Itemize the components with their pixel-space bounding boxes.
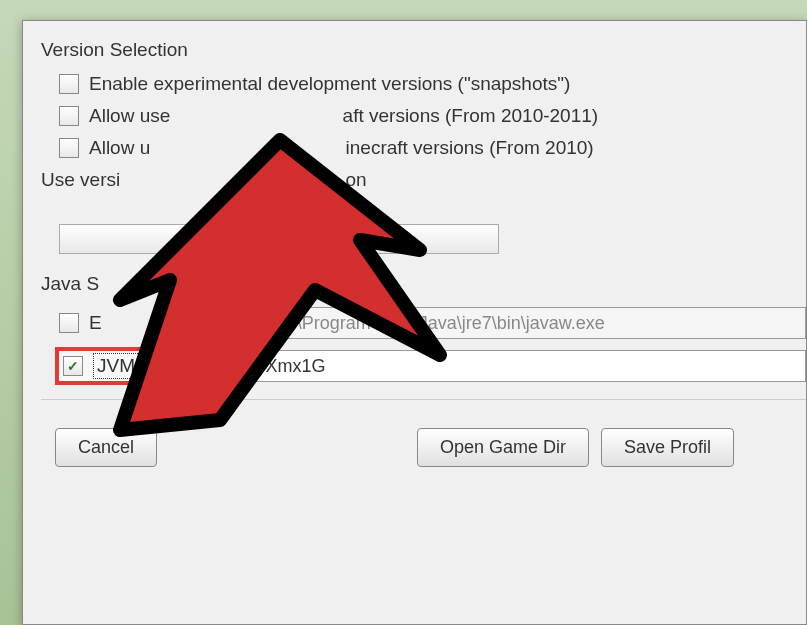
executable-label: E: [89, 312, 102, 334]
open-game-dir-button[interactable]: Open Game Dir: [417, 428, 589, 467]
version-dropdown[interactable]: [59, 224, 499, 254]
snapshots-row: Enable experimental development versions…: [59, 73, 806, 95]
cancel-button[interactable]: Cancel: [55, 428, 157, 467]
version-selection-title: Version Selection: [41, 39, 806, 61]
snapshots-checkbox[interactable]: [59, 74, 79, 94]
button-group-right: Open Game Dir Save Profil: [417, 428, 734, 467]
use-version-label: Use versi on: [41, 169, 806, 191]
profile-editor-window: Version Selection Enable experimental de…: [22, 20, 807, 625]
alpha-row: Allow u inecraft versions (From 2010): [59, 137, 806, 159]
alpha-label: Allow u inecraft versions (From 2010): [89, 137, 594, 159]
jvm-arguments-label: JVM Arguments:: [93, 353, 240, 379]
jvm-arguments-input[interactable]: [250, 350, 806, 382]
save-profile-button[interactable]: Save Profil: [601, 428, 734, 467]
executable-path-input[interactable]: [270, 307, 806, 339]
beta-checkbox[interactable]: [59, 106, 79, 126]
alpha-checkbox[interactable]: [59, 138, 79, 158]
java-settings-title: Java S: [41, 273, 806, 295]
separator: [41, 399, 806, 400]
beta-label: Allow use d "Beta aft versions (From 201…: [89, 105, 598, 127]
jvm-arguments-row: JVM Arguments:: [41, 347, 806, 385]
button-row: Cancel Open Game Dir Save Profil: [55, 428, 806, 467]
executable-row: E: [59, 307, 806, 339]
jvm-highlight-box: JVM Arguments:: [55, 347, 248, 385]
jvm-arguments-checkbox[interactable]: [63, 356, 83, 376]
snapshots-label: Enable experimental development versions…: [89, 73, 570, 95]
executable-checkbox[interactable]: [59, 313, 79, 333]
beta-row: Allow use d "Beta aft versions (From 201…: [59, 105, 806, 127]
version-dropdown-row: [59, 203, 806, 259]
